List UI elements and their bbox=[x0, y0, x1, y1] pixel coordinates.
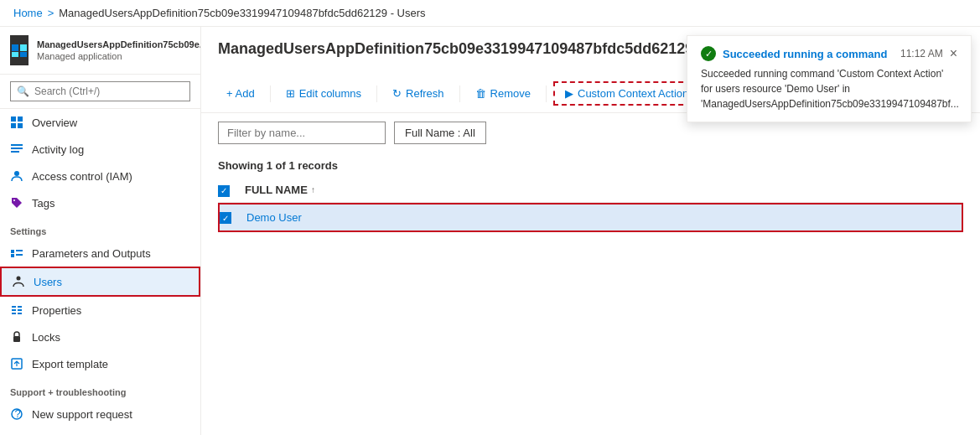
sidebar-item-label-export: Export template bbox=[32, 358, 108, 370]
sidebar-title-group: ManagedUsersAppDefinition75cb09e... Mana… bbox=[37, 39, 201, 60]
svg-rect-4 bbox=[11, 117, 16, 122]
toast-time: 11:12 AM bbox=[900, 48, 943, 60]
svg-rect-14 bbox=[11, 254, 14, 257]
properties-icon bbox=[10, 303, 23, 317]
fullname-filter-btn[interactable]: Full Name : All bbox=[394, 122, 486, 144]
edit-columns-icon: ⊞ bbox=[286, 87, 295, 100]
svg-rect-20 bbox=[12, 313, 16, 314]
svg-rect-19 bbox=[12, 309, 16, 311]
svg-rect-8 bbox=[11, 144, 23, 146]
main-content: ManagedUsersAppDefinition75cb09e33199471… bbox=[201, 27, 980, 435]
sidebar-item-label-locks: Locks bbox=[32, 331, 60, 344]
toast-notification: ✓ Succeeded running a command 11:12 AM ×… bbox=[687, 35, 972, 122]
activity-log-icon bbox=[10, 142, 23, 156]
custom-action-button[interactable]: ▶ Custom Context Action bbox=[553, 81, 700, 106]
sidebar-item-support[interactable]: ? New support request bbox=[0, 401, 200, 427]
select-all-checkbox[interactable]: ✓ bbox=[218, 185, 230, 197]
svg-rect-15 bbox=[16, 250, 23, 251]
svg-rect-2 bbox=[12, 52, 18, 57]
svg-rect-21 bbox=[18, 306, 22, 308]
support-section-label: Support + troubleshooting bbox=[0, 377, 200, 401]
svg-rect-23 bbox=[18, 313, 22, 314]
remove-button[interactable]: 🗑 Remove bbox=[467, 83, 539, 104]
svg-text:?: ? bbox=[15, 407, 21, 420]
toast-title: Succeeded running a command bbox=[723, 48, 888, 60]
toast-title-row: ✓ Succeeded running a command bbox=[701, 46, 888, 61]
breadcrumb-home[interactable]: Home bbox=[13, 7, 43, 19]
settings-section-label: Settings bbox=[0, 216, 200, 240]
breadcrumb-separator: > bbox=[48, 7, 54, 19]
users-nav-icon bbox=[12, 275, 25, 288]
toolbar-sep-4 bbox=[546, 85, 547, 102]
sidebar-item-properties[interactable]: Properties bbox=[0, 297, 200, 324]
row-name[interactable]: Demo User bbox=[246, 211, 302, 224]
play-icon: ▶ bbox=[565, 87, 573, 100]
svg-rect-24 bbox=[13, 336, 20, 342]
sidebar-item-users[interactable]: Users bbox=[0, 267, 200, 297]
toast-header: ✓ Succeeded running a command 11:12 AM × bbox=[701, 46, 957, 61]
svg-rect-22 bbox=[18, 309, 22, 311]
breadcrumb: Home > ManagedUsersAppDefinition75cb09e3… bbox=[13, 7, 426, 19]
resource-sub: Managed application bbox=[37, 51, 201, 61]
sidebar-item-label-iam: Access control (IAM) bbox=[32, 170, 132, 183]
search-icon: 🔍 bbox=[17, 85, 29, 97]
sort-icon[interactable]: ↑ bbox=[311, 185, 315, 194]
toast-close-btn[interactable]: × bbox=[950, 46, 957, 61]
search-input[interactable] bbox=[10, 81, 190, 101]
svg-rect-18 bbox=[12, 306, 16, 308]
sidebar-item-label-users: Users bbox=[34, 276, 62, 288]
svg-rect-16 bbox=[16, 254, 23, 256]
toolbar-sep-3 bbox=[459, 85, 460, 102]
table-area: ✓ FULL NAME ↑ ✓ Demo User bbox=[201, 179, 980, 232]
svg-rect-10 bbox=[11, 151, 19, 153]
sidebar-search-area: 🔍 bbox=[0, 75, 200, 109]
sidebar: ManagedUsersAppDefinition75cb09e... Mana… bbox=[0, 27, 201, 435]
sidebar-item-params[interactable]: Parameters and Outputs bbox=[0, 240, 200, 267]
sidebar-item-label-overview: Overview bbox=[32, 117, 77, 129]
table-row[interactable]: ✓ Demo User bbox=[218, 203, 963, 233]
svg-rect-7 bbox=[18, 123, 23, 128]
breadcrumb-bar: Home > ManagedUsersAppDefinition75cb09e3… bbox=[0, 0, 980, 27]
sidebar-header: ManagedUsersAppDefinition75cb09e... Mana… bbox=[0, 27, 200, 75]
sidebar-item-export[interactable]: Export template bbox=[0, 350, 200, 377]
header-checkbox[interactable]: ✓ bbox=[218, 184, 245, 197]
filter-input[interactable] bbox=[218, 122, 386, 144]
refresh-icon: ↻ bbox=[392, 87, 402, 100]
sidebar-item-iam[interactable]: Access control (IAM) bbox=[0, 163, 200, 189]
tags-icon bbox=[10, 196, 23, 210]
sidebar-item-locks[interactable]: Locks bbox=[0, 324, 200, 350]
sidebar-item-label-support: New support request bbox=[32, 408, 132, 421]
sidebar-item-overview[interactable]: Overview bbox=[0, 109, 200, 136]
edit-columns-button[interactable]: ⊞ Edit columns bbox=[277, 83, 370, 104]
sidebar-item-tags[interactable]: Tags bbox=[0, 189, 200, 216]
toolbar-sep-2 bbox=[376, 85, 377, 102]
export-icon bbox=[10, 357, 23, 370]
table-header: ✓ FULL NAME ↑ bbox=[218, 179, 963, 203]
svg-point-17 bbox=[17, 277, 21, 281]
iam-icon bbox=[10, 169, 23, 183]
toolbar-sep-1 bbox=[270, 85, 271, 102]
svg-rect-9 bbox=[11, 148, 23, 149]
svg-rect-0 bbox=[12, 44, 18, 51]
svg-rect-1 bbox=[20, 44, 27, 51]
fullname-column-header: FULL NAME ↑ bbox=[245, 184, 963, 196]
svg-point-11 bbox=[14, 171, 19, 176]
row-checkbox[interactable]: ✓ bbox=[220, 211, 246, 225]
breadcrumb-current: ManagedUsersAppDefinition75cb09e33199471… bbox=[59, 7, 425, 19]
sidebar-item-label-properties: Properties bbox=[32, 304, 81, 317]
params-icon bbox=[10, 246, 23, 260]
overview-icon bbox=[10, 116, 23, 129]
sidebar-item-activity-log[interactable]: Activity log bbox=[0, 136, 200, 163]
sidebar-item-label-activity: Activity log bbox=[32, 143, 84, 156]
resource-icon bbox=[10, 35, 29, 65]
records-count: Showing 1 of 1 records bbox=[201, 153, 980, 179]
svg-rect-6 bbox=[11, 123, 16, 128]
add-button[interactable]: + Add bbox=[218, 83, 263, 104]
remove-icon: 🗑 bbox=[475, 87, 486, 100]
row-select-checkbox[interactable]: ✓ bbox=[220, 212, 231, 224]
toast-body: Succeeded running command 'Custom Contex… bbox=[701, 66, 957, 111]
svg-point-12 bbox=[13, 199, 15, 201]
sidebar-item-label-tags: Tags bbox=[32, 197, 54, 210]
refresh-button[interactable]: ↻ Refresh bbox=[384, 83, 453, 104]
resource-name: ManagedUsersAppDefinition75cb09e... bbox=[37, 39, 201, 50]
